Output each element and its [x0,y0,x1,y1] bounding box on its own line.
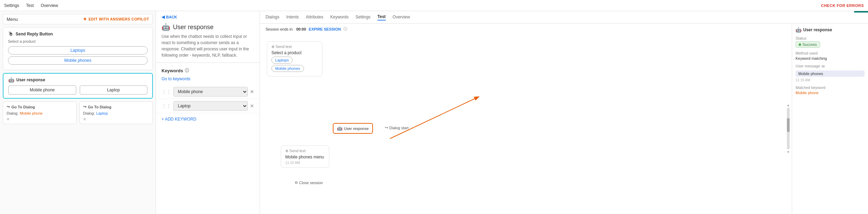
option-laptops[interactable]: Laptops [8,46,148,55]
middle-panel: ◀ BACK 🤖 User response Use when the chat… [156,11,260,214]
main-layout: Menu ✦ EDIT WITH ANSWERS COPILOT 🖱 Send … [0,11,868,214]
nav-attributes[interactable]: Attributes [306,15,323,20]
session-time: 00:00 [296,27,306,31]
user-message-time: 11:15 AM [796,78,865,82]
nav-keywords[interactable]: Keywords [330,15,349,20]
send-text-content-1: Select a product [271,50,318,55]
send-text-label-2: ⊕ Send text [285,149,325,153]
goto-label-2: Go To Dialog [88,105,112,109]
nav-settings[interactable]: Settings [355,15,370,20]
method-value: Keyword matching [796,56,865,60]
dialog-card-title-2: ↪ Go To Dialog [83,105,149,109]
keyword-row-laptop: ⋮⋮ Laptop ✕ [156,99,260,113]
dialog-link-mobile[interactable]: Mobile phone [20,111,43,115]
dialog-start-label: Dialog start [389,126,409,130]
matched-keyword-label: Matched keyword [796,85,865,90]
keywords-row: Mobile phone Laptop [8,85,147,94]
back-arrow-icon: ◀ [162,15,165,19]
scroll-up-icon[interactable]: ▲ [787,103,790,107]
keyword-chip-mobile: Mobile phone [8,85,76,94]
panel-title: User response [173,24,214,31]
close-session-label: Close session [299,181,323,185]
laptops-btn[interactable]: Laptops [271,57,293,64]
send-text-icon-2: ⊕ [285,149,288,153]
teal-progress-bar [854,11,868,13]
user-response-icon: 🤖 [8,77,14,83]
back-button[interactable]: ◀ BACK [156,11,260,23]
scroll-down-icon[interactable]: ▼ [787,150,790,154]
user-response-title-row: 🤖 User response [8,77,147,83]
matched-keyword-section: Matched keyword Mobile phone [796,85,865,95]
panel-title-icon: 🤖 [162,23,170,31]
send-reply-title-row: 🖱 Send Reply Button [8,31,148,37]
add-keyword-button[interactable]: + ADD KEYWORD [156,113,260,125]
dialog-card-mobile: ↪ Go To Dialog Dialog: Mobile phone ⊕ [3,101,77,124]
scroll-indicator[interactable]: ▲ ▼ [787,103,790,154]
left-panel: Menu ✦ EDIT WITH ANSWERS COPILOT 🖱 Send … [0,11,156,214]
send-reply-icon: 🖱 [8,31,14,37]
remove-keyword-laptop[interactable]: ✕ [250,103,254,109]
nav-intents[interactable]: Intents [286,15,299,20]
keyword-row-mobile: ⋮⋮ Mobile phone ✕ [156,85,260,99]
send-text-node-1: ⊕ Send text Select a product Laptops Mob… [267,41,322,76]
status-label: Status [796,36,865,40]
method-label: Method used [796,51,865,55]
check-errors-button[interactable]: CHECK FOR ERRORS [821,3,864,8]
goto-label-1: Go To Dialog [11,105,35,109]
dialog-card-title-1: ↪ Go To Dialog [7,105,73,109]
nav-overview[interactable]: Overview [393,15,410,20]
go-to-keywords-link[interactable]: Go to keywords [156,76,260,85]
send-text-node-2: ⊕ Send text Mobile phones menu 11:15 AM [281,146,329,168]
remove-keyword-mobile[interactable]: ✕ [250,89,254,94]
copilot-label: EDIT WITH ANSWERS COPILOT [88,17,149,21]
send-reply-subtitle: Select a product [8,39,148,43]
keyword-chip-laptop: Laptop [80,85,148,94]
drag-handle-laptop[interactable]: ⋮⋮ [162,103,171,109]
nav-test[interactable]: Test [377,14,386,20]
status-badge: Success [796,41,820,48]
option-mobile-phones[interactable]: Mobile phones [8,56,148,65]
keyword-select-mobile[interactable]: Mobile phone [173,87,248,97]
status-section: Status Success [796,36,865,48]
svg-line-2 [390,97,478,139]
user-message-label-row: User message ✉ [796,64,865,69]
goto-icon-1: ↪ [7,105,10,109]
add-keyword-label: + ADD KEYWORD [162,117,196,122]
session-label: Session ends in: [266,27,294,31]
dialog-start-icon: ↪ [385,125,388,130]
matched-keyword-value: Mobile phone [796,91,865,95]
nav-dialogs[interactable]: Dialogs [266,15,279,20]
copilot-icon: ✦ [83,16,87,22]
expand-icon-2[interactable]: ⊕ [83,117,149,121]
menu-label: Menu [7,17,18,22]
right-panel: Dialogs Intents Attributes Keywords Sett… [260,11,868,214]
right-nav: Dialogs Intents Attributes Keywords Sett… [260,11,868,24]
nav-test[interactable]: Test [26,3,34,8]
user-response-node[interactable]: 🤖 User response [333,123,373,134]
close-session-node: ⊖ Close session [295,180,323,185]
expand-icon-1[interactable]: ⊕ [7,117,73,121]
dialog-link-laptop[interactable]: Laptop [96,111,108,115]
drag-handle-mobile[interactable]: ⋮⋮ [162,89,171,94]
detail-header: 🤖 User response [796,27,865,33]
send-text-time: 11:15 AM [285,161,325,165]
mobile-phones-btn[interactable]: Mobile phones [271,65,304,72]
user-message-chip: Mobile phones [796,71,865,77]
dialog-cards-row: ↪ Go To Dialog Dialog: Mobile phone ⊕ ↪ … [3,101,153,124]
nav-overview[interactable]: Overview [41,3,58,8]
expire-session-button[interactable]: EXPIRE SESSION [309,27,341,31]
copilot-button[interactable]: ✦ EDIT WITH ANSWERS COPILOT [83,16,149,22]
menu-header: Menu ✦ EDIT WITH ANSWERS COPILOT [3,14,153,24]
user-response-title: User response [16,77,45,82]
goto-icon-2: ↪ [83,105,86,109]
back-label: BACK [166,15,177,19]
nav-settings[interactable]: Settings [4,3,19,8]
dialog-prefix-2: Dialog: [83,111,95,115]
send-reply-title: Send Reply Button [16,32,53,36]
send-text-icon-1: ⊕ [271,44,275,49]
dialog-prefix-1: Dialog: [7,111,18,115]
keyword-select-laptop[interactable]: Laptop [173,101,248,111]
status-value: Success [802,42,817,47]
dialog-start-node: ↪ Dialog start [385,125,409,130]
dialog-card-laptop: ↪ Go To Dialog Dialog: Laptop ⊕ [79,101,153,124]
